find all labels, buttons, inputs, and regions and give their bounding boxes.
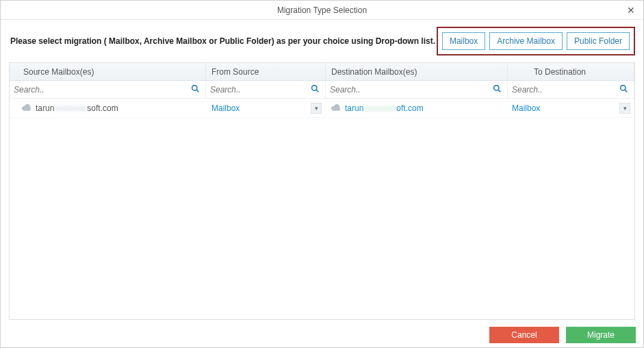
cell-source-mailbox: tarunxxxxxxxxsoft.com — [10, 99, 206, 117]
dest-mail-prefix: tarun — [345, 103, 363, 113]
dest-mail-suffix: oft.com — [396, 103, 423, 113]
svg-line-5 — [498, 90, 500, 92]
search-icon — [493, 84, 502, 95]
dest-mail-hidden: xxxxxxxx — [363, 103, 396, 113]
migration-grid: Source Mailbox(es) From Source Destinati… — [9, 62, 635, 320]
cell-to-destination[interactable]: Mailbox ▾ — [508, 99, 634, 117]
svg-point-0 — [192, 86, 197, 90]
search-icon — [311, 84, 320, 95]
to-destination-value: Mailbox — [512, 103, 540, 113]
search-dest-mailbox-cell — [326, 81, 508, 98]
source-mail-prefix: tarun — [36, 103, 54, 113]
search-from-source-cell — [206, 81, 326, 98]
close-icon: ✕ — [627, 5, 635, 16]
cloud-icon — [22, 103, 31, 113]
search-icon — [191, 84, 200, 95]
col-dest-mailboxes: Destination Mailbox(es) — [326, 63, 508, 80]
search-source-mailbox-input[interactable] — [10, 81, 205, 98]
public-folder-button[interactable]: Public Folder — [567, 32, 630, 50]
chevron-down-icon[interactable]: ▾ — [311, 103, 322, 114]
search-icon — [619, 84, 628, 95]
from-source-value: Mailbox — [211, 103, 240, 113]
search-from-source-input[interactable] — [206, 81, 325, 98]
svg-line-7 — [625, 90, 627, 92]
migrate-button[interactable]: Migrate — [566, 327, 636, 343]
svg-point-6 — [621, 86, 626, 90]
svg-point-2 — [312, 86, 317, 90]
col-source-mailboxes: Source Mailbox(es) — [10, 63, 206, 80]
cancel-button[interactable]: Cancel — [489, 327, 559, 343]
archive-mailbox-button[interactable]: Archive Mailbox — [489, 32, 563, 50]
cloud-icon — [331, 103, 341, 113]
mailbox-button[interactable]: Mailbox — [442, 32, 485, 50]
header-bar: Please select migration ( Mailbox, Archi… — [1, 20, 643, 62]
column-headers: Source Mailbox(es) From Source Destinati… — [10, 63, 634, 81]
content-area: Source Mailbox(es) From Source Destinati… — [1, 62, 643, 320]
search-dest-mailbox-input[interactable] — [326, 81, 507, 98]
search-row — [10, 81, 634, 99]
source-mail-suffix: soft.com — [87, 103, 118, 113]
cell-from-source[interactable]: Mailbox ▾ — [206, 99, 326, 117]
chevron-down-icon[interactable]: ▾ — [619, 103, 630, 114]
footer: Cancel Migrate — [0, 322, 644, 348]
col-to-destination: To Destination — [508, 63, 634, 80]
svg-point-4 — [494, 86, 499, 90]
title-bar: Migration Type Selection ✕ — [1, 1, 643, 20]
svg-line-1 — [196, 90, 198, 92]
col-from-source: From Source — [206, 63, 326, 80]
source-mail-hidden: xxxxxxxx — [54, 103, 87, 113]
search-to-destination-input[interactable] — [508, 81, 634, 98]
cell-destination-mailbox: tarunxxxxxxxxoft.com — [326, 99, 508, 117]
migration-type-group: Mailbox Archive Mailbox Public Folder — [437, 27, 635, 55]
search-to-destination-cell — [508, 81, 634, 98]
instruction-text: Please select migration ( Mailbox, Archi… — [10, 36, 435, 46]
table-row: tarunxxxxxxxxsoft.com Mailbox ▾ tarunxxx… — [10, 99, 634, 118]
svg-line-3 — [316, 90, 318, 92]
search-source-mailbox-cell — [10, 81, 206, 98]
close-button[interactable]: ✕ — [624, 3, 638, 17]
window-title: Migration Type Selection — [277, 5, 367, 15]
